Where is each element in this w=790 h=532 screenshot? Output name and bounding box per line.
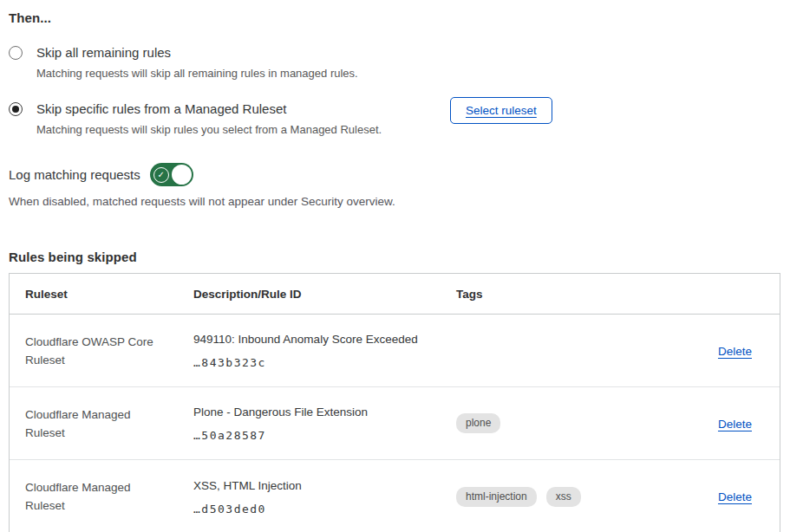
toggle-knob — [172, 165, 192, 185]
ruleset-cell: Cloudflare Managed Ruleset — [25, 478, 166, 515]
actions-cell: Delete — [703, 489, 780, 504]
delete-link[interactable]: Delete — [718, 345, 752, 358]
log-matching-note: When disabled, matched requests will not… — [9, 195, 781, 208]
skip-all-description: Matching requests will skip all remainin… — [36, 66, 358, 81]
option-skip-specific-rules: Skip specific rules from a Managed Rules… — [9, 101, 781, 137]
then-heading: Then... — [9, 10, 781, 25]
table-row: Cloudflare Managed Ruleset Plone - Dange… — [10, 387, 780, 460]
skip-specific-label[interactable]: Skip specific rules from a Managed Rules… — [36, 101, 382, 118]
ruleset-cell: Cloudflare OWASP Core Ruleset — [25, 333, 166, 369]
actions-cell: Delete — [703, 416, 780, 431]
waf-rule-then-panel: Then... Skip all remaining rules Matchin… — [0, 0, 790, 532]
column-header-ruleset: Ruleset — [25, 288, 193, 301]
ruleset-cell: Cloudflare Managed Ruleset — [25, 405, 166, 442]
column-header-tags: Tags — [456, 288, 703, 301]
actions-cell: Delete — [703, 343, 780, 359]
rules-skipped-table: Ruleset Description/Rule ID Tags Cloudfl… — [9, 273, 780, 532]
option-skip-all-rules: Skip all remaining rules Matching reques… — [9, 44, 781, 81]
option-texts: Skip all remaining rules Matching reques… — [36, 44, 358, 81]
delete-link[interactable]: Delete — [718, 490, 752, 503]
description-cell: 949110: Inbound Anomaly Score Exceeded …… — [193, 332, 456, 369]
rules-skipped-heading: Rules being skipped — [9, 250, 781, 264]
table-row: Cloudflare Managed Ruleset XSS, HTML Inj… — [10, 460, 780, 532]
log-matching-toggle[interactable]: ✓ — [150, 163, 193, 186]
action-options: Skip all remaining rules Matching reques… — [9, 44, 781, 137]
rule-description: XSS, HTML Injection — [193, 478, 456, 494]
log-matching-row: Log matching requests ✓ — [9, 163, 781, 186]
table-header-row: Ruleset Description/Rule ID Tags — [10, 274, 780, 315]
log-matching-label: Log matching requests — [9, 167, 140, 182]
rule-id: …d503ded0 — [193, 503, 456, 516]
rule-id: …50a28587 — [193, 429, 456, 442]
table-row: Cloudflare OWASP Core Ruleset 949110: In… — [10, 315, 780, 387]
rule-id: …843b323c — [193, 356, 456, 369]
tag-badge: html-injection — [456, 487, 537, 507]
tags-cell: html-injection xss — [456, 487, 703, 507]
rule-description: Plone - Dangerous File Extension — [193, 405, 456, 420]
select-ruleset-button-label: Select ruleset — [466, 104, 537, 117]
skip-all-label[interactable]: Skip all remaining rules — [36, 44, 358, 62]
tag-badge: plone — [456, 413, 500, 433]
select-ruleset-button[interactable]: Select ruleset — [450, 97, 552, 124]
tag-badge: xss — [546, 487, 581, 507]
description-cell: Plone - Dangerous File Extension …50a285… — [193, 405, 456, 442]
tags-cell: plone — [456, 413, 703, 433]
description-cell: XSS, HTML Injection …d503ded0 — [193, 478, 456, 516]
skip-specific-radio[interactable] — [9, 102, 23, 116]
rule-description: 949110: Inbound Anomaly Score Exceeded — [193, 332, 456, 347]
column-header-description: Description/Rule ID — [193, 288, 456, 301]
skip-specific-description: Matching requests will skip rules you se… — [36, 122, 382, 137]
toggle-check-icon: ✓ — [153, 167, 169, 183]
delete-link[interactable]: Delete — [718, 418, 752, 431]
skip-all-radio[interactable] — [9, 46, 23, 60]
option-texts: Skip specific rules from a Managed Rules… — [36, 101, 382, 137]
